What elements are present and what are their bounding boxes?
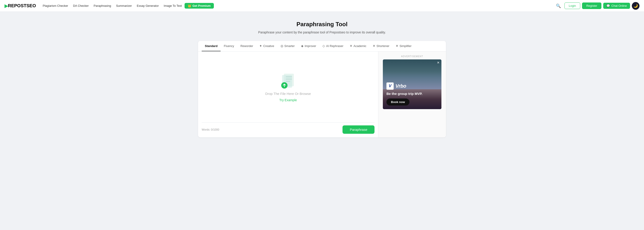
tab-ai-rephraser[interactable]: ◇ AI Rephraser [319, 41, 346, 51]
site-logo[interactable]: ▶ REPOSTSEO [4, 3, 36, 9]
improver-icon: ◈ [301, 44, 304, 48]
tab-creative[interactable]: ✦ Creative [256, 41, 277, 51]
tabs-bar: Standard Fluency Reworder ✦ Creative ◎ S… [198, 41, 446, 52]
chat-icon: 💬 [606, 4, 610, 8]
upload-svg [280, 73, 296, 88]
tab-standard[interactable]: Standard [202, 41, 220, 51]
ad-cta-button[interactable]: Book now [386, 98, 410, 105]
header-right: 🔍 Login Register 💬 Chat Online 🌙 [554, 2, 640, 10]
nav-essay-generator[interactable]: Essay Generator [134, 3, 161, 8]
nav-image-to-text[interactable]: Image To Text [162, 3, 184, 8]
tab-simplifier-label: Simplifier [400, 44, 412, 48]
tool-card: Standard Fluency Reworder ✦ Creative ◎ S… [198, 41, 446, 137]
moon-icon: 🌙 [634, 4, 638, 8]
tab-academic-label: Academic [354, 44, 366, 48]
content-area: Drop The File Here Or Browse Try Example… [198, 52, 446, 137]
logo-icon: ▶ [4, 3, 8, 9]
tab-shortener-label: Shortener [376, 44, 389, 48]
tab-shortener[interactable]: ✕ Shortener [370, 41, 392, 51]
ad-close-icon[interactable]: ✕ [437, 61, 440, 64]
nav-paraphrasing[interactable]: Paraphrasing [92, 3, 113, 8]
paraphrase-button[interactable]: Paraphrase [342, 125, 374, 134]
ad-block: ✕ V Vrbo Be the group trip MVP. Book now [383, 59, 442, 109]
register-button[interactable]: Register [582, 3, 602, 9]
editor-footer: Words: 0/1000 Paraphrase [202, 123, 374, 134]
tab-reworder-label: Reworder [240, 44, 253, 48]
upload-icon-wrap [280, 73, 296, 89]
chat-button[interactable]: 💬 Chat Online [603, 3, 630, 9]
ad-label: ADVERTISEMENT [401, 55, 423, 58]
tab-fluency[interactable]: Fluency [220, 41, 237, 51]
tab-smarter-label: Smarter [284, 44, 295, 48]
nav-plagiarism[interactable]: Plagiarism Checker [40, 3, 70, 8]
page-subtitle: Paraphrase your content by the paraphras… [258, 31, 386, 34]
tab-improver-label: Improver [305, 44, 316, 48]
main-content: Paraphrasing Tool Paraphrase your conten… [0, 12, 644, 146]
right-panel: ADVERTISEMENT ✕ V Vrbo Be the group trip… [378, 52, 446, 137]
upload-text: Drop The File Here Or Browse [265, 92, 311, 95]
tab-improver[interactable]: ◈ Improver [298, 41, 319, 51]
nav-summarizer[interactable]: Summarizer [114, 3, 134, 8]
word-count: Words: 0/1000 [202, 128, 219, 131]
search-button[interactable]: 🔍 [554, 3, 563, 9]
ad-content: V Vrbo Be the group trip MVP. Book now [386, 82, 438, 106]
left-panel: Drop The File Here Or Browse Try Example… [198, 52, 378, 137]
smarter-icon: ◎ [280, 44, 283, 48]
ad-brand: Vrbo [396, 83, 406, 89]
crown-icon: 👑 [188, 4, 191, 8]
tab-simplifier[interactable]: ✕ Simplifier [392, 41, 414, 51]
try-example-link[interactable]: Try Example [279, 98, 297, 102]
shortener-icon: ✕ [373, 44, 376, 48]
ai-rephraser-icon: ◇ [322, 44, 325, 48]
ad-tagline: Be the group trip MVP. [386, 91, 438, 96]
tab-smarter[interactable]: ◎ Smarter [278, 41, 298, 51]
tab-fluency-label: Fluency [224, 44, 234, 48]
tab-standard-label: Standard [205, 44, 218, 48]
page-title: Paraphrasing Tool [296, 21, 348, 28]
tab-academic[interactable]: ✕ Academic [346, 41, 370, 51]
logo-text: REPOSTSEO [8, 3, 36, 8]
simplifier-icon: ✕ [396, 44, 398, 48]
ad-logo-row: V Vrbo [386, 82, 438, 90]
header: ▶ REPOSTSEO Plagiarism Checker DA Checke… [0, 0, 644, 12]
search-icon: 🔍 [556, 4, 561, 8]
nav-premium[interactable]: 👑 Get Premium [184, 3, 214, 9]
main-nav: Plagiarism Checker DA Checker Paraphrasi… [40, 3, 552, 9]
login-button[interactable]: Login [564, 3, 580, 9]
tab-reworder[interactable]: Reworder [237, 41, 256, 51]
nav-da-checker[interactable]: DA Checker [71, 3, 91, 8]
dark-mode-button[interactable]: 🌙 [632, 2, 640, 10]
ad-logo: V [386, 82, 394, 90]
tab-creative-label: Creative [263, 44, 274, 48]
academic-icon: ✕ [350, 44, 352, 48]
creative-icon: ✦ [259, 44, 262, 48]
upload-area[interactable]: Drop The File Here Or Browse Try Example [202, 55, 374, 120]
tab-ai-rephraser-label: AI Rephraser [326, 44, 344, 48]
